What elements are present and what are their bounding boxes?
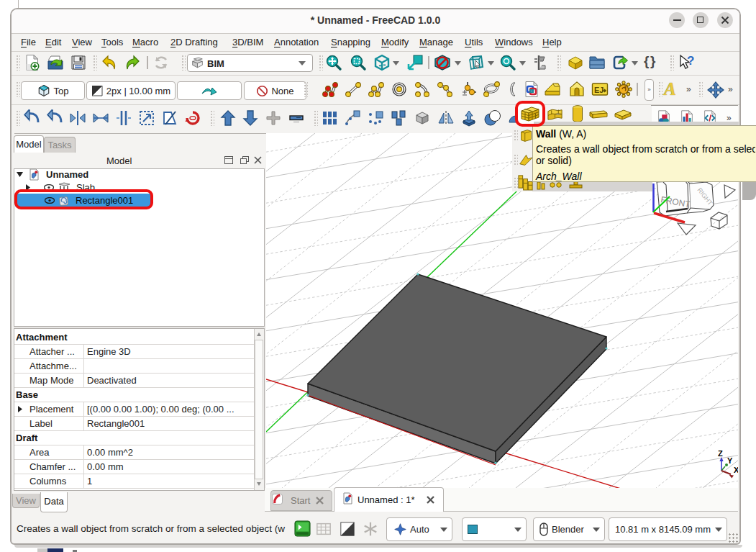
svg-text:X: X (734, 466, 738, 474)
svg-text:?: ? (687, 54, 694, 68)
svg-text:Y: Y (727, 456, 733, 465)
svg-text:Z: Z (718, 449, 723, 458)
svg-text:EJ: EJ (594, 86, 604, 94)
